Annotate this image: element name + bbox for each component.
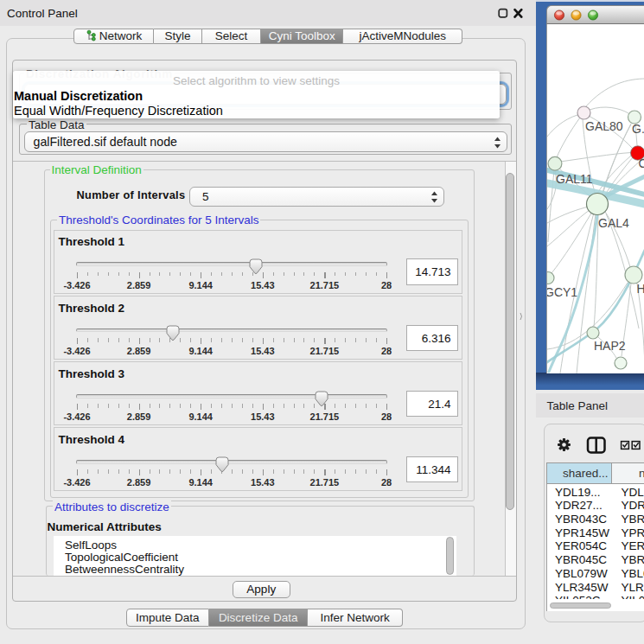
svg-text:H: H (637, 282, 644, 296)
svg-text:HAP2: HAP2 (594, 339, 626, 353)
svg-text:GAL11: GAL11 (556, 172, 593, 186)
svg-text:GCY1: GCY1 (547, 285, 577, 299)
svg-text:C: C (639, 156, 644, 170)
svg-text:GAL80: GAL80 (585, 119, 623, 133)
svg-text:G.: G. (632, 122, 644, 136)
svg-text:GAL4: GAL4 (598, 216, 629, 230)
